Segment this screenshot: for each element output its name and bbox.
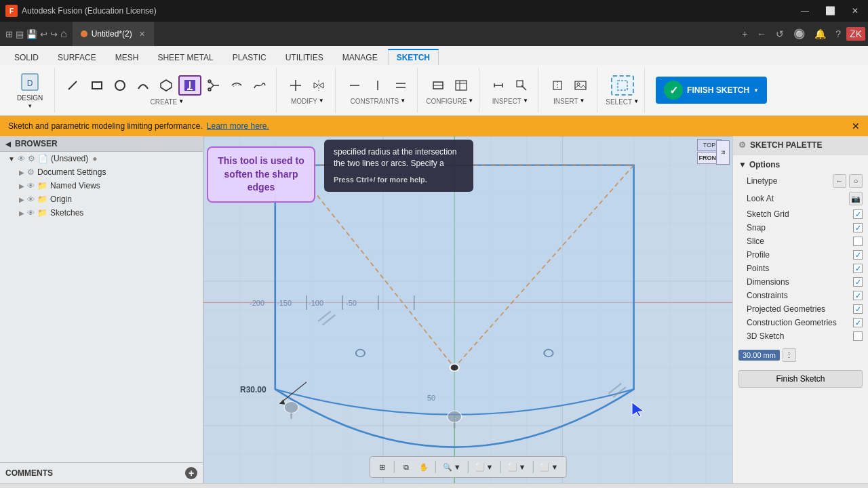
slice-checkbox[interactable] [853, 237, 863, 246]
new-tab-button[interactable]: + [738, 26, 751, 42]
tab-home[interactable]: 🔘 [789, 26, 809, 42]
browser-item-root[interactable]: ▼ 👁 ⚙ 📄 (Unsaved) ● [0, 152, 203, 165]
svg-rect-34 [575, 81, 586, 89]
browser-collapse[interactable]: ◀ [5, 140, 11, 148]
comments-label: COMMENTS [5, 468, 53, 478]
add-comment-button[interactable]: + [185, 467, 197, 479]
browser-item-origin[interactable]: ▶ 👁 📁 Origin [0, 192, 203, 206]
view-cube[interactable]: TOP FRONT R [689, 139, 730, 180]
tab-surface[interactable]: SURFACE [49, 49, 105, 65]
view-cube-right[interactable]: R [716, 140, 730, 165]
tab-user[interactable]: ZK [846, 27, 865, 41]
inspect-btn2[interactable] [511, 76, 532, 95]
pan-button[interactable]: ✋ [416, 459, 432, 475]
minimize-button[interactable]: — [797, 6, 813, 16]
fillet-tool[interactable] [178, 75, 201, 96]
options-section-header[interactable]: ▼ Options [738, 157, 863, 172]
move-tool[interactable] [285, 76, 307, 95]
tab-help[interactable]: ? [831, 26, 845, 42]
arc-tool[interactable] [132, 76, 154, 95]
snap-checkbox[interactable] [853, 223, 863, 232]
rect-icon [90, 79, 104, 92]
tab-close[interactable]: ✕ [139, 30, 145, 39]
linetype-icon-btn2[interactable]: ○ [849, 174, 863, 188]
constraint-vertical[interactable] [367, 76, 389, 95]
select-dropdown[interactable]: ▼ [633, 98, 639, 104]
snap-label: Snap [747, 223, 766, 232]
view-cube-btn[interactable]: ⧉ [398, 459, 414, 475]
profile-checkbox[interactable] [853, 250, 863, 260]
design-button[interactable]: D DESIGN ▼ [11, 68, 49, 113]
linetype-icon-btn1[interactable]: ← [833, 174, 846, 188]
mirror-tool[interactable] [308, 76, 330, 95]
constraint-equal[interactable] [390, 76, 412, 95]
tab-bell[interactable]: 🔔 [810, 26, 830, 42]
look-at-btn[interactable]: 📷 [849, 192, 863, 205]
save-icon[interactable]: 💾 [26, 29, 37, 39]
other-dropdown[interactable]: ⬜ ▼ [536, 462, 561, 473]
learn-more-link[interactable]: Learn more here. [207, 121, 269, 131]
line-tool[interactable] [63, 76, 85, 95]
create-dropdown[interactable]: ▼ [178, 98, 184, 104]
dimension-value-box[interactable]: 30.00 mm [738, 350, 780, 361]
trim-tool[interactable] [203, 76, 224, 95]
finish-sketch-panel-button[interactable]: Finish Sketch [738, 370, 863, 388]
tab-manage[interactable]: MANAGE [334, 49, 387, 65]
inspect-dropdown[interactable]: ▼ [523, 98, 528, 104]
zoom-dropdown[interactable]: 🔍 ▼ [439, 462, 465, 473]
insert-image[interactable] [570, 76, 591, 95]
tab-solid[interactable]: SOLID [5, 49, 47, 65]
inspect-measure[interactable] [488, 76, 509, 95]
tab-plastic[interactable]: PLASTIC [224, 49, 275, 65]
modify-dropdown[interactable]: ▼ [319, 98, 324, 104]
offset-tool[interactable] [226, 76, 248, 95]
sketch-grid-checkbox[interactable] [853, 209, 863, 219]
axis-label-50: -50 [346, 299, 357, 307]
rectangle-tool[interactable] [86, 76, 108, 95]
tab-nav-refresh[interactable]: ↺ [772, 26, 788, 42]
projected-geo-checkbox[interactable] [853, 304, 863, 314]
constraints-group: CONSTRAINTS ▼ [338, 68, 418, 113]
browser-item-sketches[interactable]: ▶ 👁 📁 Sketches [0, 206, 203, 220]
polygon-tool[interactable] [155, 76, 177, 95]
browser-item-document-settings[interactable]: ▶ ⚙ Document Settings [0, 165, 203, 179]
circle-tool[interactable] [109, 76, 131, 95]
browser-item-named-views[interactable]: ▶ 👁 📁 Named Views [0, 179, 203, 192]
home-icon[interactable]: ⊞ [5, 29, 13, 39]
more-options-button[interactable]: ⋮ [783, 348, 796, 362]
tab-mesh[interactable]: MESH [106, 49, 148, 65]
configure-btn1[interactable] [427, 76, 449, 95]
sketches-expand: ▶ [19, 209, 24, 217]
redo-button[interactable]: ↪ [50, 29, 58, 39]
select-btn[interactable] [611, 75, 634, 96]
tab-untitled[interactable]: Untitled*(2) ✕ [73, 22, 154, 46]
tab-sheet-metal[interactable]: SHEET METAL [149, 49, 222, 65]
close-button[interactable]: ✕ [848, 6, 863, 16]
maximize-button[interactable]: ⬜ [821, 6, 840, 16]
tab-sketch[interactable]: SKETCH [388, 49, 439, 65]
finish-sketch-button[interactable]: ✓ FINISH SKETCH ▼ [656, 77, 767, 104]
insert-dropdown[interactable]: ▼ [580, 98, 585, 104]
constraints-checkbox[interactable] [853, 291, 863, 300]
insert-btn1[interactable] [547, 76, 568, 95]
grid-icon[interactable]: ▤ [16, 29, 24, 39]
constraint-horizontal[interactable] [344, 76, 366, 95]
points-checkbox[interactable] [853, 264, 863, 273]
configure-table-btn[interactable] [450, 76, 472, 95]
configure-dropdown[interactable]: ▼ [468, 98, 473, 104]
spline-tool[interactable] [249, 76, 271, 95]
fit-view-button[interactable]: ⊞ [374, 459, 391, 475]
display-dropdown[interactable]: ⬜ ▼ [505, 462, 530, 473]
3d-sketch-checkbox[interactable] [853, 331, 863, 341]
infobar-close[interactable]: ✕ [852, 121, 860, 131]
constraints-dropdown[interactable]: ▼ [400, 98, 406, 104]
canvas-area[interactable]: -200 -150 -100 -50 50 R30.00 This tool i… [203, 136, 732, 483]
insert-tools [547, 76, 591, 95]
tab-utilities[interactable]: UTILITIES [277, 49, 332, 65]
construction-geo-checkbox[interactable] [853, 318, 863, 327]
dimensions-checkbox[interactable] [853, 277, 863, 287]
view-mode-dropdown[interactable]: ⬜ ▼ [472, 462, 497, 473]
undo-button[interactable]: ↩ [40, 29, 47, 39]
tab-nav-back[interactable]: ← [753, 26, 770, 42]
home-nav-button[interactable]: ⌂ [60, 28, 67, 40]
